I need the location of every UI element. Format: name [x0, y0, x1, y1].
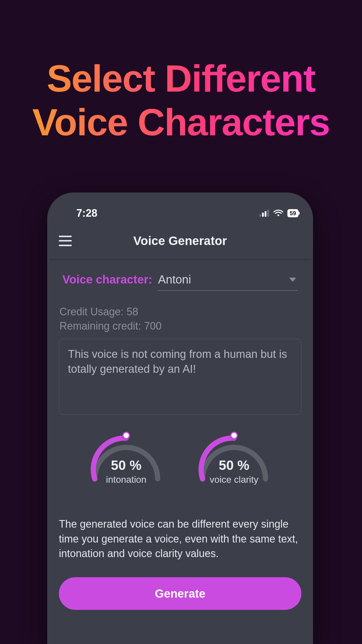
headline-line-1: Select Different — [47, 57, 315, 100]
page-title: Voice Generator — [47, 234, 313, 248]
text-to-speak-value: This voice is not coming from a human bu… — [68, 348, 287, 375]
generate-button[interactable]: Generate — [59, 577, 301, 610]
cellular-signal-icon — [259, 210, 269, 217]
intonation-gauge-center: 50 % intonation — [85, 457, 167, 485]
battery-icon: 59 — [287, 209, 298, 217]
marketing-headline: Select Different Voice Characters — [0, 57, 362, 144]
credit-remaining-value: 700 — [144, 320, 161, 332]
intonation-label: intonation — [85, 474, 167, 485]
hamburger-icon — [59, 236, 72, 237]
text-to-speak-input[interactable]: This voice is not coming from a human bu… — [59, 339, 301, 415]
credit-usage-value: 58 — [126, 306, 138, 318]
voice-clarity-label: voice clarity — [193, 474, 275, 485]
svg-rect-0 — [259, 214, 261, 217]
intonation-gauge-knob[interactable] — [122, 432, 130, 439]
intonation-value: 50 % — [85, 457, 167, 473]
credit-info: Credit Usage: 58 Remaining credit: 700 — [59, 305, 301, 333]
chevron-down-icon — [289, 278, 296, 282]
voice-character-label: Voice character: — [62, 273, 152, 286]
headline-line-2: Voice Characters — [32, 101, 330, 144]
status-icons: 59 — [259, 209, 298, 217]
phone-frame: 7:28 59 — [47, 192, 313, 644]
credit-remaining-line: Remaining credit: 700 — [59, 319, 301, 333]
status-time: 7:28 — [76, 207, 97, 219]
voice-character-select[interactable]: Antoni — [157, 273, 298, 291]
intonation-gauge[interactable]: 50 % intonation — [85, 429, 167, 488]
svg-rect-3 — [267, 210, 269, 217]
voice-clarity-gauge[interactable]: 50 % voice clarity — [193, 429, 275, 488]
voice-character-row: Voice character: Antoni — [59, 270, 301, 291]
menu-button[interactable] — [59, 236, 72, 246]
credit-remaining-label: Remaining credit: — [59, 320, 141, 332]
voice-character-selected: Antoni — [158, 273, 191, 286]
gauges-row: 50 % intonation 50 % voice clarity — [59, 429, 301, 488]
status-bar: 7:28 59 — [47, 203, 313, 223]
svg-rect-1 — [262, 213, 264, 217]
voice-clarity-gauge-knob[interactable] — [230, 432, 238, 439]
credit-usage-label: Credit Usage: — [59, 306, 124, 318]
wifi-icon — [273, 210, 283, 217]
svg-rect-2 — [265, 211, 266, 217]
battery-percent: 59 — [290, 210, 296, 216]
credit-usage-line: Credit Usage: 58 — [59, 305, 301, 319]
disclaimer-note: The generated voice can be different eve… — [59, 517, 301, 561]
voice-clarity-value: 50 % — [193, 457, 275, 473]
voice-clarity-gauge-center: 50 % voice clarity — [193, 457, 275, 485]
navbar: Voice Generator — [47, 223, 313, 258]
screen-body: Voice character: Antoni Credit Usage: 58… — [47, 258, 313, 610]
